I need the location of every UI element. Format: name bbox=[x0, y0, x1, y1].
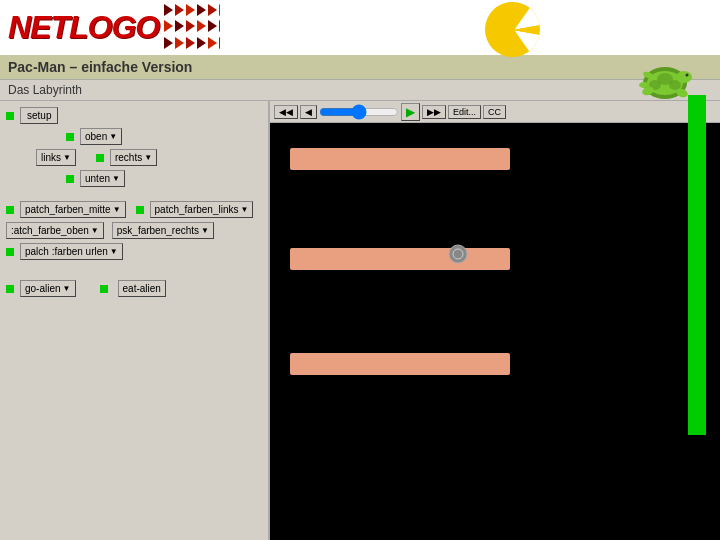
main-content: setup oben ▼ links ▼ rechts ▼ bbox=[0, 101, 720, 540]
eat-alien-dropdown[interactable]: eat-alien bbox=[118, 280, 166, 297]
arrow-icon bbox=[175, 37, 184, 49]
setup-row: setup bbox=[6, 107, 262, 124]
arrow-icon bbox=[186, 20, 195, 32]
patch-farben-urlen-dropdown[interactable]: palch :farben urlen ▼ bbox=[20, 243, 123, 260]
urlen-indicator bbox=[6, 248, 14, 256]
chevron-down-icon: ▼ bbox=[241, 205, 249, 214]
rewind-button[interactable]: ◀◀ bbox=[274, 105, 298, 119]
patch-farben-links-dropdown[interactable]: patch_farben_links ▼ bbox=[150, 201, 254, 218]
arrow-icon bbox=[175, 20, 184, 32]
go-indicator bbox=[6, 285, 14, 293]
green-bar bbox=[688, 95, 706, 435]
fast-button[interactable]: ▶▶ bbox=[422, 105, 446, 119]
arrow-icon bbox=[197, 37, 206, 49]
svg-point-10 bbox=[639, 82, 649, 88]
arrow-icon bbox=[219, 37, 220, 49]
unten-row: unten ▼ bbox=[6, 170, 262, 187]
simulation-canvas bbox=[270, 123, 720, 540]
patch-farben-row1: patch_farben_mitte ▼ patch_farben_links … bbox=[6, 201, 262, 218]
rechts-indicator bbox=[96, 154, 104, 162]
setup-indicator bbox=[6, 112, 14, 120]
patch-farbe-oben-dropdown[interactable]: :atch_farbe_oben ▼ bbox=[6, 222, 104, 239]
pacman-body bbox=[485, 2, 540, 57]
arrow-icon bbox=[164, 4, 173, 16]
arrow-icon bbox=[208, 4, 217, 16]
logo-text: NETLOGO bbox=[8, 9, 159, 46]
speed-slider[interactable] bbox=[319, 105, 399, 119]
simulation-panel: ◀◀ ◀ ▶ ▶▶ Edit... CC bbox=[270, 101, 720, 540]
arrow-icon bbox=[186, 4, 195, 16]
maze-wall-2 bbox=[290, 248, 510, 270]
oben-indicator bbox=[66, 133, 74, 141]
pacman-mouth-bottom bbox=[510, 30, 540, 57]
chevron-down-icon: ▼ bbox=[63, 284, 71, 293]
rechts-dropdown[interactable]: rechts ▼ bbox=[110, 149, 157, 166]
arrow-icon bbox=[197, 20, 206, 32]
maze-wall-1 bbox=[290, 148, 510, 170]
mitte-indicator bbox=[6, 206, 14, 214]
back-button[interactable]: ◀ bbox=[300, 105, 317, 119]
arrow-icon bbox=[208, 20, 217, 32]
cc-button[interactable]: CC bbox=[483, 105, 506, 119]
arrow-icon bbox=[197, 4, 206, 16]
setup-button[interactable]: setup bbox=[20, 107, 58, 124]
arrow-icon bbox=[164, 37, 173, 49]
chevron-down-icon: ▼ bbox=[144, 153, 152, 162]
chevron-down-icon: ▼ bbox=[109, 132, 117, 141]
sim-toolbar: ◀◀ ◀ ▶ ▶▶ Edit... CC bbox=[270, 101, 720, 123]
left-panel: setup oben ▼ links ▼ rechts ▼ bbox=[0, 101, 270, 540]
chevron-down-icon: ▼ bbox=[63, 153, 71, 162]
maze-wall-3 bbox=[290, 353, 510, 375]
netlogo-logo: NETLOGO bbox=[0, 0, 220, 55]
go-eat-row: go-alien ▼ eat-alien bbox=[6, 280, 262, 297]
oben-row: oben ▼ bbox=[6, 128, 262, 145]
links-dropdown[interactable]: links ▼ bbox=[36, 149, 76, 166]
arrow-icon bbox=[219, 20, 220, 32]
links-indicator bbox=[136, 206, 144, 214]
svg-point-6 bbox=[686, 74, 689, 77]
chevron-down-icon: ▼ bbox=[201, 226, 209, 235]
pacman-logo bbox=[485, 2, 540, 57]
arrow-icon bbox=[208, 37, 217, 49]
spacer bbox=[6, 191, 262, 197]
arrow-icon bbox=[175, 4, 184, 16]
unten-indicator bbox=[66, 175, 74, 183]
patch-farben-mitte-dropdown[interactable]: patch_farben_mitte ▼ bbox=[20, 201, 126, 218]
arrow-icon bbox=[164, 20, 173, 32]
arrow-icon bbox=[186, 37, 195, 49]
patch-farben-row3: palch :farben urlen ▼ bbox=[6, 243, 262, 260]
eat-indicator bbox=[100, 285, 108, 293]
chevron-down-icon: ▼ bbox=[113, 205, 121, 214]
go-alien-dropdown[interactable]: go-alien ▼ bbox=[20, 280, 76, 297]
svg-point-5 bbox=[676, 71, 692, 83]
svg-point-11 bbox=[449, 245, 467, 263]
page-title: Pac-Man – einfache Version bbox=[8, 59, 192, 75]
oben-dropdown[interactable]: oben ▼ bbox=[80, 128, 122, 145]
chevron-down-icon: ▼ bbox=[110, 247, 118, 256]
play-button[interactable]: ▶ bbox=[401, 103, 420, 121]
unten-dropdown[interactable]: unten ▼ bbox=[80, 170, 125, 187]
chevron-down-icon: ▼ bbox=[112, 174, 120, 183]
pacman-mouth-top bbox=[510, 2, 540, 29]
patch-farben-row2: :atch_farbe_oben ▼ psk_farben_rechts ▼ bbox=[6, 222, 262, 239]
spacer2 bbox=[6, 264, 262, 276]
pacman-sprite bbox=[448, 244, 468, 264]
arrow-icon bbox=[219, 4, 220, 16]
section-text: Das Labyrinth bbox=[8, 83, 82, 97]
links-rechts-row: links ▼ rechts ▼ bbox=[6, 149, 262, 166]
psk-farben-rechts-dropdown[interactable]: psk_farben_rechts ▼ bbox=[112, 222, 214, 239]
title-bar: Pac-Man – einfache Version bbox=[0, 55, 720, 80]
chevron-down-icon: ▼ bbox=[91, 226, 99, 235]
edit-button[interactable]: Edit... bbox=[448, 105, 481, 119]
section-label: Das Labyrinth bbox=[0, 80, 720, 101]
logo-arrows bbox=[163, 3, 220, 53]
header: NETLOGO bbox=[0, 0, 720, 55]
